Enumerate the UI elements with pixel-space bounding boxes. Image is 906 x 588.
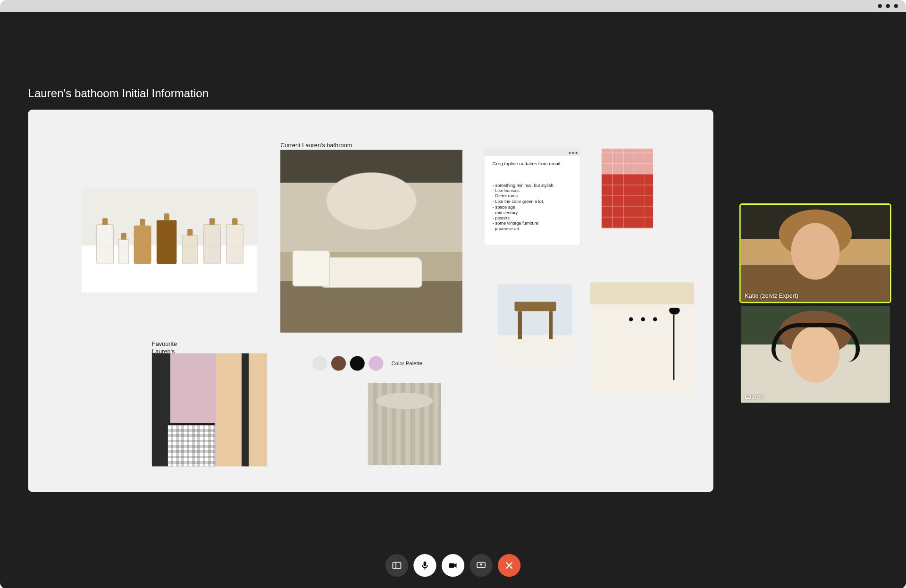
app-window: Lauren's bathoom Initial Information Cur… bbox=[0, 0, 906, 588]
palette-swatch[interactable] bbox=[312, 356, 327, 370]
shower-knob-icon bbox=[641, 317, 645, 321]
note-item: some vintage furniture bbox=[493, 221, 572, 227]
microphone-icon bbox=[419, 560, 430, 571]
window-titlebar bbox=[0, 0, 906, 12]
end-call-button[interactable] bbox=[498, 554, 520, 577]
note-title: Greg topline outtakes from email. bbox=[493, 161, 572, 166]
moodboard-image-bottles[interactable] bbox=[82, 188, 257, 292]
svg-rect-2 bbox=[424, 562, 427, 566]
shower-knob-icon bbox=[653, 317, 657, 321]
video-feed bbox=[741, 205, 890, 302]
note-item: Like bonsais bbox=[493, 188, 572, 194]
shower-hose-icon bbox=[673, 314, 675, 380]
moodboard-image-current-bathroom[interactable] bbox=[280, 150, 462, 333]
note-item: posters bbox=[493, 215, 572, 221]
note-dot-icon bbox=[575, 151, 577, 153]
moodboard-image-red-tile[interactable] bbox=[602, 149, 653, 228]
note-item: space age bbox=[493, 204, 572, 210]
note-item: mid century bbox=[493, 210, 572, 216]
window-dot-icon bbox=[886, 4, 890, 8]
svg-rect-4 bbox=[449, 563, 454, 567]
palette-swatch[interactable] bbox=[350, 356, 365, 370]
call-surface: Lauren's bathoom Initial Information Cur… bbox=[0, 12, 906, 588]
video-feed bbox=[741, 306, 890, 403]
layout-toggle-button[interactable] bbox=[386, 554, 408, 577]
participant-video-stack: Katie (zolviz Expert) Lauren bbox=[741, 205, 890, 403]
moodboard-note-card[interactable]: Greg topline outtakes from email. someth… bbox=[484, 149, 581, 246]
moodboard-image-stool[interactable] bbox=[498, 285, 572, 366]
participant-name-label: Katie (zolviz Expert) bbox=[745, 293, 798, 299]
moodboard-image-fav-style[interactable] bbox=[152, 353, 267, 467]
fav-caption-line1: Favourite bbox=[152, 341, 177, 348]
moodboard-image-shower[interactable] bbox=[590, 282, 694, 393]
color-palette: Color Palette bbox=[312, 356, 422, 370]
camera-button[interactable] bbox=[442, 554, 464, 577]
palette-swatch[interactable] bbox=[331, 356, 346, 370]
note-item: japanese art bbox=[493, 226, 572, 232]
call-control-dock bbox=[386, 554, 520, 577]
participant-tile-lauren[interactable]: Lauren bbox=[741, 306, 890, 403]
note-list: something minimal, but stylish. Like bon… bbox=[493, 183, 572, 232]
page-title: Lauren's bathoom Initial Information bbox=[28, 87, 209, 100]
moodboard-caption-current: Current Lauren's bathroom bbox=[280, 142, 352, 149]
palette-label: Color Palette bbox=[392, 361, 423, 367]
shower-knob-icon bbox=[629, 317, 633, 321]
note-titlebar bbox=[485, 149, 580, 156]
screen-share-icon bbox=[476, 560, 487, 571]
window-dot-icon bbox=[894, 4, 898, 8]
participant-name-label: Lauren bbox=[745, 394, 763, 400]
note-dot-icon bbox=[569, 151, 570, 153]
moodboard-image-column[interactable] bbox=[368, 383, 441, 465]
window-dot-icon bbox=[878, 4, 882, 8]
note-item: Dieter rams bbox=[493, 193, 572, 199]
screen-share-button[interactable] bbox=[470, 554, 492, 577]
microphone-button[interactable] bbox=[413, 554, 436, 577]
moodboard-canvas[interactable]: Current Lauren's bathroom Greg topline o… bbox=[28, 110, 713, 492]
close-icon bbox=[504, 560, 515, 571]
layout-icon bbox=[392, 560, 403, 571]
note-dot-icon bbox=[572, 151, 574, 153]
shower-head-icon bbox=[669, 308, 680, 314]
participant-tile-katie[interactable]: Katie (zolviz Expert) bbox=[741, 205, 890, 302]
svg-rect-0 bbox=[393, 563, 401, 569]
palette-swatch[interactable] bbox=[369, 356, 383, 370]
camera-icon bbox=[448, 560, 459, 571]
note-item: something minimal, but stylish. bbox=[493, 183, 572, 188]
note-item: Like the color green a lot. bbox=[493, 199, 572, 205]
